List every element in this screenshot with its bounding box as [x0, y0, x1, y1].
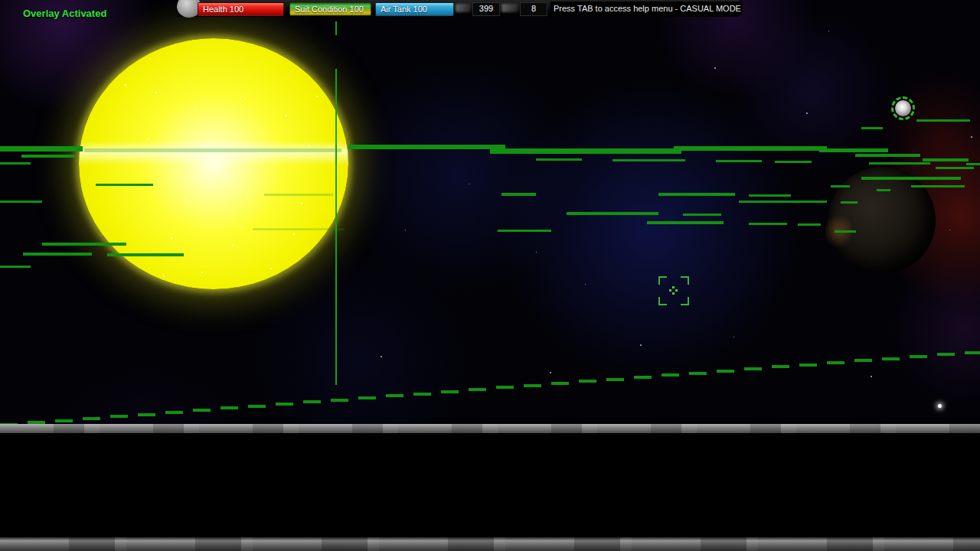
crosshair-corner-br [681, 297, 689, 305]
crosshair-center-dot [672, 286, 675, 289]
counter-a-value: 399 [472, 2, 500, 16]
crosshair-corner-bl [658, 297, 667, 305]
health-bar: Health 100 [198, 2, 284, 16]
target-object-sphere [895, 100, 911, 116]
crosshair-corner-tl [658, 276, 667, 285]
crosshair [658, 276, 689, 305]
crosshair-corner-tr [681, 276, 689, 285]
air-tank-bar: Air Tank 100 [375, 2, 454, 16]
console-body: SURFACE: Silicate Rock ATMOSPHERE: No At… [0, 433, 980, 551]
counter-b-label-smudge [501, 4, 518, 12]
counter-b-value: 8 [520, 2, 547, 16]
help-hint-text: Press TAB to access help menu - CASUAL M… [550, 2, 742, 15]
crosshair-center-dot [669, 289, 671, 292]
console-bottom-edge [0, 537, 980, 551]
suit-condition-bar: Suit Condition 100 [289, 2, 371, 16]
game-screen: Health 100 Suit Condition 100 Air Tank 1… [0, 0, 980, 551]
crosshair-center-dot [675, 289, 678, 292]
overlay-activated-label: Overlay Activated [23, 8, 106, 19]
crosshair-center-dot [672, 292, 675, 295]
counter-a-label-smudge [456, 4, 471, 12]
target-ring-object[interactable] [891, 96, 915, 120]
